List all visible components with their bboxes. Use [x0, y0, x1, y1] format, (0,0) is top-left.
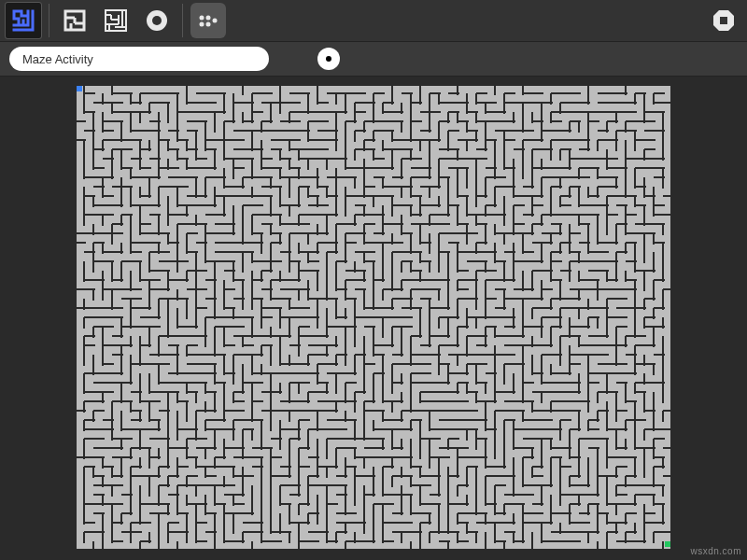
toolbar-separator: [49, 4, 49, 37]
sub-toolbar: [0, 41, 747, 77]
harder-maze-button[interactable]: [98, 3, 134, 38]
stop-icon: [711, 7, 737, 34]
options-button[interactable]: [190, 3, 226, 38]
options-icon: [197, 13, 219, 28]
toolbar-separator: [182, 4, 183, 37]
svg-point-1: [152, 16, 162, 25]
maze-area[interactable]: [75, 84, 672, 549]
svg-point-6: [213, 19, 218, 23]
activity-button[interactable]: [6, 3, 41, 38]
svg-point-3: [206, 16, 211, 21]
maze-harder-icon: [104, 8, 128, 33]
svg-point-2: [200, 16, 204, 21]
svg-point-5: [206, 22, 211, 27]
share-scope-button[interactable]: [317, 48, 340, 70]
maze-easier-icon: [63, 8, 87, 33]
svg-rect-8: [720, 17, 727, 24]
activity-title-input[interactable]: [9, 47, 269, 71]
stop-button[interactable]: [706, 3, 741, 38]
maze-activity-icon: [11, 8, 35, 33]
svg-point-4: [200, 22, 204, 27]
goal-marker: [665, 541, 670, 547]
player-marker: [77, 86, 82, 91]
dot-icon: [326, 56, 331, 62]
easier-maze-button[interactable]: [57, 3, 92, 38]
maze-canvas: [75, 84, 672, 549]
restart-icon: [144, 7, 170, 34]
restart-button[interactable]: [139, 3, 175, 38]
watermark-text: wsxdn.com: [690, 546, 741, 556]
main-toolbar: [0, 0, 747, 41]
